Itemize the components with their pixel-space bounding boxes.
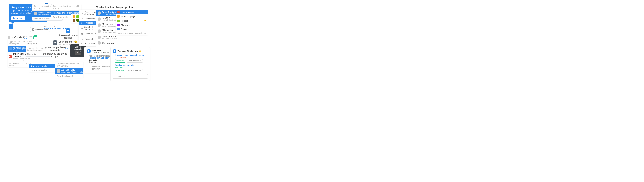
sendtask-logo [113, 49, 116, 53]
star-icon: ★ [144, 11, 146, 13]
collab-placeholder[interactable]: Type to collaborate on task with anyone.… [55, 62, 83, 68]
projects-heading: PROJECTS [44, 25, 66, 27]
complete-button[interactable]: Complete [115, 59, 126, 63]
project-item[interactable]: Norfolk Island★ [116, 10, 148, 14]
plus-icon[interactable]: + [87, 65, 91, 71]
avatar-icon [98, 29, 101, 33]
project-picker: Norfolk Island★Sendtask projectRetreat★M… [116, 10, 148, 35]
project-item[interactable]: Design [116, 27, 148, 31]
add-project-picker: Add project #hello Tab or Enter to selec… [29, 64, 56, 72]
link-icon: ⌘ [81, 33, 83, 35]
slash-command-input[interactable]: /sendtasks [117, 75, 148, 79]
project-name: Design [121, 28, 146, 30]
project-color-swatch [117, 15, 120, 17]
project-color-swatch [117, 11, 120, 13]
mark-complete-tooltip: Mark as complete ⌘ + Enter [70, 44, 86, 57]
task-due: Due Yesterday [115, 56, 148, 58]
footer-hint: Tab or Enter to select [57, 75, 73, 77]
project-name: Marketing [121, 24, 146, 26]
show-details-button[interactable]: Show task details [126, 59, 143, 63]
pencil-icon: ✎ [81, 12, 83, 14]
sendtask-logo [9, 24, 13, 29]
star-icon: ★ [144, 19, 146, 22]
contact-name: Artem Korotkikh [61, 69, 84, 71]
footer-hint: Tab or Enter to select [53, 16, 69, 18]
calendar-icon[interactable]: 2 [33, 36, 37, 40]
collab-placeholder[interactable]: Type to collaborate on task with anyone.… [51, 4, 81, 10]
show-details-button[interactable]: Show task details [126, 69, 143, 72]
task-name[interactable]: Practice elevator pitch [115, 64, 148, 66]
tasks-todo-card: You have 2 tasks todo 💪 Improve compress… [110, 47, 150, 81]
project-name: Sendtask project [121, 15, 146, 17]
copy-icon: ⧉ [81, 27, 83, 29]
project-color-swatch [117, 28, 120, 30]
users-icon: ☺ [81, 18, 83, 20]
project-name: Retreat [121, 20, 143, 22]
complete-button[interactable]: Complete [115, 69, 126, 72]
footer-hint-right: Esc to dismiss [135, 32, 146, 34]
avatar-icon [57, 69, 60, 73]
archive-icon: ☐ [81, 43, 83, 44]
contact-item[interactable]: Gary Jenkins [96, 40, 128, 46]
mail-icon [53, 11, 53, 14]
footer-hint-left: Tab or Enter to select [117, 32, 133, 34]
tasks-header: You have 2 tasks todo 💪 [118, 50, 141, 52]
project-item[interactable]: Marketing [116, 23, 148, 27]
star-icon: ★ [81, 38, 83, 40]
artem-picker: Type to collaborate on task with anyone.… [55, 62, 83, 78]
kbd-cmd: ⌘ [76, 51, 79, 53]
project-item[interactable]: Sendtask project [116, 14, 148, 18]
learn-more-button[interactable]: Learn more [11, 16, 26, 20]
sendtask-logo [66, 28, 70, 33]
color-swatch[interactable] [76, 19, 79, 21]
contact-item[interactable]: Artem Korotkikh newassignee@somedomain.i… [55, 68, 83, 74]
contact-name: Sadie Sanchez [102, 35, 118, 37]
footer-hint: Tab or Enter to select [31, 69, 47, 71]
hash-icon: # [81, 22, 83, 24]
user-icon [9, 47, 12, 50]
sendtask-logo [87, 49, 90, 53]
add-project-item[interactable]: Add project #hello [29, 64, 55, 68]
contact-email: newassignee@somedomain.io [61, 71, 84, 73]
color-swatch[interactable] [73, 19, 76, 21]
mark-complete-label: Mark as complete [73, 46, 83, 50]
avatar-icon [98, 17, 101, 21]
plus-icon[interactable]: + [113, 75, 117, 79]
avatar-icon [98, 36, 101, 39]
project-color-swatch [117, 20, 120, 22]
contact-name: Gary Jenkins [102, 42, 114, 44]
footer-hint: Tab or Enter to select [34, 17, 50, 19]
project-name: Norfolk Island [121, 11, 143, 13]
contact-sub: katz.wilbur@kira.net [102, 37, 118, 39]
trash-icon [32, 28, 34, 31]
google-icon: G+ [9, 55, 12, 58]
task-due: Due Today [115, 66, 148, 68]
project-item[interactable]: Retreat★ [116, 18, 148, 23]
avatar-icon [34, 12, 37, 15]
assignee-input[interactable] [11, 36, 24, 39]
color-swatch[interactable] [76, 15, 79, 18]
color-swatch[interactable] [73, 15, 76, 18]
task-name[interactable]: Improve compression algorithm [115, 54, 148, 56]
import-sub: Connect your account and mention users b… [13, 57, 35, 61]
kbd-enter: Enter [75, 53, 81, 55]
avatar-icon [98, 41, 101, 45]
avatar-icon [98, 11, 101, 15]
project-color-swatch [117, 24, 120, 26]
project-picker-title: Project picker [116, 6, 148, 9]
avatar-icon [98, 23, 101, 27]
user-icon [8, 36, 10, 39]
